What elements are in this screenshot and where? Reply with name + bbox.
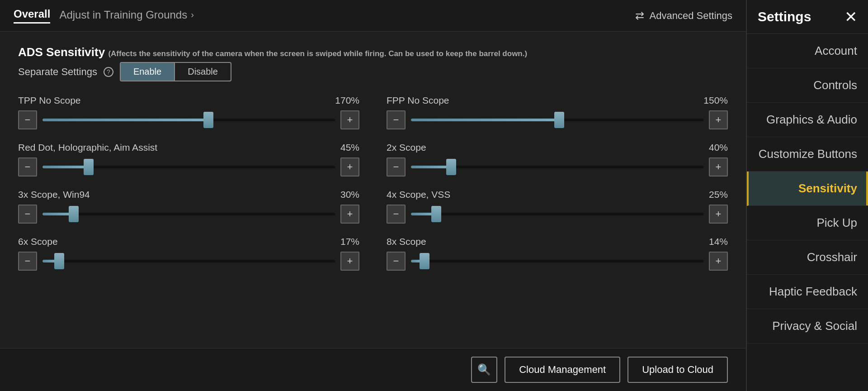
- slider-minus-8x-scope[interactable]: −: [387, 252, 406, 271]
- slider-label-fpp-no-scope: FPP No Scope: [387, 95, 449, 106]
- sidebar: Settings ✕ AccountControlsGraphics & Aud…: [746, 0, 868, 391]
- slider-track-red-dot[interactable]: [42, 166, 335, 168]
- slider-track-2x-scope[interactable]: [411, 166, 703, 168]
- top-nav-left: Overall Adjust in Training Grounds ›: [14, 8, 194, 24]
- sidebar-item-sensitivity[interactable]: Sensitivity: [747, 172, 868, 206]
- slider-fill-4x-scope: [411, 213, 434, 215]
- slider-track-3x-scope[interactable]: [42, 213, 335, 215]
- slider-label-red-dot: Red Dot, Holographic, Aim Assist: [18, 142, 157, 153]
- slider-minus-2x-scope[interactable]: −: [387, 157, 406, 176]
- slider-item-8x-scope: 8x Scope 14% − +: [387, 236, 728, 271]
- slider-plus-8x-scope[interactable]: +: [709, 252, 728, 271]
- slider-value-red-dot: 45%: [340, 142, 359, 153]
- slider-header-tpp-no-scope: TPP No Scope 170%: [18, 95, 359, 106]
- slider-row-4x-scope: − +: [387, 205, 728, 224]
- slider-label-6x-scope: 6x Scope: [18, 236, 58, 247]
- tab-overall[interactable]: Overall: [14, 8, 50, 24]
- slider-row-8x-scope: − +: [387, 252, 728, 271]
- slider-value-6x-scope: 17%: [340, 236, 359, 247]
- sidebar-item-privacy-social[interactable]: Privacy & Social: [747, 309, 868, 343]
- cloud-management-button[interactable]: Cloud Management: [505, 357, 620, 383]
- upload-to-cloud-button[interactable]: Upload to Cloud: [627, 357, 728, 383]
- slider-item-6x-scope: 6x Scope 17% − +: [18, 236, 359, 271]
- main-area: Overall Adjust in Training Grounds › ⇄ A…: [0, 0, 746, 391]
- slider-value-8x-scope: 14%: [709, 236, 728, 247]
- info-icon[interactable]: ?: [104, 67, 113, 77]
- slider-plus-2x-scope[interactable]: +: [709, 157, 728, 176]
- sidebar-header: Settings ✕: [747, 0, 868, 34]
- search-button[interactable]: 🔍: [471, 357, 497, 383]
- slider-label-3x-scope: 3x Scope, Win94: [18, 189, 90, 200]
- close-button[interactable]: ✕: [844, 9, 857, 24]
- slider-label-2x-scope: 2x Scope: [387, 142, 426, 153]
- slider-thumb-3x-scope[interactable]: [69, 206, 79, 222]
- content-area: ADS Sensitivity (Affects the sensitivity…: [0, 32, 746, 348]
- slider-minus-3x-scope[interactable]: −: [18, 205, 37, 224]
- slider-row-3x-scope: − +: [18, 205, 359, 224]
- slider-value-fpp-no-scope: 150%: [703, 95, 728, 106]
- slider-header-6x-scope: 6x Scope 17%: [18, 236, 359, 247]
- ads-subtitle: (Affects the sensitivity of the camera w…: [108, 49, 527, 58]
- sidebar-item-graphics-audio[interactable]: Graphics & Audio: [747, 103, 868, 137]
- slider-plus-red-dot[interactable]: +: [340, 157, 359, 176]
- slider-plus-fpp-no-scope[interactable]: +: [709, 110, 728, 129]
- slider-minus-fpp-no-scope[interactable]: −: [387, 110, 406, 129]
- slider-row-6x-scope: − +: [18, 252, 359, 271]
- slider-thumb-4x-scope[interactable]: [431, 206, 441, 222]
- slider-minus-red-dot[interactable]: −: [18, 157, 37, 176]
- slider-fill-red-dot: [42, 166, 86, 168]
- disable-btn[interactable]: Disable: [175, 63, 231, 81]
- slider-plus-3x-scope[interactable]: +: [340, 205, 359, 224]
- slider-thumb-2x-scope[interactable]: [446, 159, 456, 175]
- slider-track-tpp-no-scope[interactable]: [42, 119, 335, 121]
- search-icon: 🔍: [477, 363, 491, 376]
- enable-btn[interactable]: Enable: [121, 63, 174, 81]
- slider-plus-4x-scope[interactable]: +: [709, 205, 728, 224]
- slider-value-2x-scope: 40%: [709, 142, 728, 153]
- slider-thumb-8x-scope[interactable]: [420, 253, 429, 269]
- slider-header-red-dot: Red Dot, Holographic, Aim Assist 45%: [18, 142, 359, 153]
- slider-minus-tpp-no-scope[interactable]: −: [18, 110, 37, 129]
- slider-track-6x-scope[interactable]: [42, 260, 335, 262]
- slider-item-fpp-no-scope: FPP No Scope 150% − +: [387, 95, 728, 129]
- slider-row-red-dot: − +: [18, 157, 359, 176]
- slider-minus-6x-scope[interactable]: −: [18, 252, 37, 271]
- slider-item-3x-scope: 3x Scope, Win94 30% − +: [18, 189, 359, 224]
- slider-fill-tpp-no-scope: [42, 119, 206, 121]
- tab-training[interactable]: Adjust in Training Grounds ›: [59, 9, 194, 23]
- slider-thumb-fpp-no-scope[interactable]: [554, 112, 564, 128]
- slider-header-3x-scope: 3x Scope, Win94 30%: [18, 189, 359, 200]
- advanced-settings-btn[interactable]: ⇄ Advanced Settings: [635, 10, 732, 22]
- slider-plus-6x-scope[interactable]: +: [340, 252, 359, 271]
- slider-value-4x-scope: 25%: [709, 189, 728, 200]
- sidebar-item-crosshair[interactable]: Crosshair: [747, 240, 868, 275]
- slider-minus-4x-scope[interactable]: −: [387, 205, 406, 224]
- slider-header-2x-scope: 2x Scope 40%: [387, 142, 728, 153]
- ads-sensitivity-title: ADS Sensitivity (Affects the sensitivity…: [18, 45, 728, 59]
- slider-label-8x-scope: 8x Scope: [387, 236, 426, 247]
- slider-item-red-dot: Red Dot, Holographic, Aim Assist 45% − +: [18, 142, 359, 176]
- slider-row-tpp-no-scope: − +: [18, 110, 359, 129]
- sidebar-item-controls[interactable]: Controls: [747, 68, 868, 103]
- slider-thumb-tpp-no-scope[interactable]: [203, 112, 213, 128]
- slider-item-2x-scope: 2x Scope 40% − +: [387, 142, 728, 176]
- separate-settings-label: Separate Settings: [18, 66, 97, 78]
- slider-row-2x-scope: − +: [387, 157, 728, 176]
- sidebar-item-haptic-feedback[interactable]: Haptic Feedback: [747, 275, 868, 309]
- separate-settings-row: Separate Settings ? Enable Disable: [18, 62, 728, 81]
- sidebar-item-pick-up[interactable]: Pick Up: [747, 206, 868, 240]
- slider-row-fpp-no-scope: − +: [387, 110, 728, 129]
- slider-plus-tpp-no-scope[interactable]: +: [340, 110, 359, 129]
- enable-disable-toggle: Enable Disable: [120, 62, 231, 81]
- slider-header-8x-scope: 8x Scope 14%: [387, 236, 728, 247]
- slider-header-4x-scope: 4x Scope, VSS 25%: [387, 189, 728, 200]
- slider-thumb-6x-scope[interactable]: [54, 253, 64, 269]
- slider-track-8x-scope[interactable]: [411, 260, 703, 262]
- slider-fill-2x-scope: [411, 166, 449, 168]
- top-nav: Overall Adjust in Training Grounds › ⇄ A…: [0, 0, 746, 32]
- sidebar-item-customize-buttons[interactable]: Customize Buttons: [747, 137, 868, 172]
- slider-track-4x-scope[interactable]: [411, 213, 703, 215]
- slider-track-fpp-no-scope[interactable]: [411, 119, 703, 121]
- sidebar-item-account[interactable]: Account: [747, 34, 868, 68]
- slider-thumb-red-dot[interactable]: [84, 159, 94, 175]
